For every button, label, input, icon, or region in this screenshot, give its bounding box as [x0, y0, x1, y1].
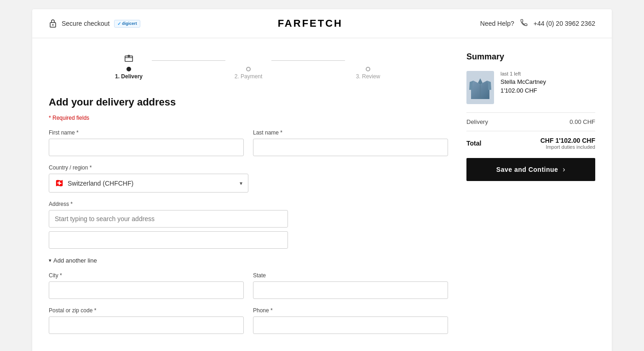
first-name-input[interactable]	[49, 139, 244, 156]
step-line-1	[152, 60, 225, 61]
address-search-input[interactable]	[49, 210, 288, 228]
secure-checkout-label: Secure checkout	[62, 20, 109, 27]
step-1: 1. Delivery	[106, 52, 152, 80]
add-another-line-button[interactable]: ▾ Add another line	[49, 257, 448, 264]
arrow-icon: ›	[563, 165, 565, 174]
header-left: Secure checkout ✓ digicert	[49, 19, 140, 28]
brand-logo: FARFETCH	[278, 18, 343, 29]
postal-group: Postal or zip code *	[49, 307, 244, 334]
jacket-illustration	[469, 74, 492, 101]
digicert-badge: ✓ digicert	[114, 20, 140, 28]
step-3-dot	[366, 67, 370, 71]
digicert-check-icon: ✓	[117, 21, 121, 26]
postal-label: Postal or zip code *	[49, 307, 244, 314]
state-input[interactable]	[253, 281, 448, 299]
product-image	[466, 71, 494, 104]
city-input[interactable]	[49, 281, 244, 299]
add-another-line-label: Add another line	[53, 257, 97, 264]
step-3-label: 3. Review	[356, 73, 380, 80]
total-prefix: CHF	[540, 137, 554, 144]
summary-product-item: last 1 left Stella McCartney 1'102.00 CH…	[466, 71, 595, 104]
address-label: Address *	[49, 201, 288, 207]
main-content: 1. Delivery 2. Payment	[32, 38, 612, 351]
country-label: Country / region *	[49, 164, 248, 171]
country-select[interactable]: 🇨🇭 Switzerland (CHFCHF) ▾	[49, 174, 248, 193]
form-section: 1. Delivery 2. Payment	[49, 52, 448, 342]
header-right: Need Help? +44 (0) 20 3962 2362	[480, 18, 595, 29]
header: Secure checkout ✓ digicert FARFETCH Need…	[32, 9, 612, 38]
svg-point-1	[52, 24, 54, 26]
save-continue-label: Save and Continue	[496, 166, 558, 173]
switzerland-flag-icon: 🇨🇭	[55, 179, 64, 187]
summary-title: Summary	[466, 52, 595, 62]
delivery-value: 0.00 CHF	[569, 118, 595, 125]
address-line2-input[interactable]	[49, 231, 288, 249]
postal-input[interactable]	[49, 316, 244, 334]
step-2-dot	[246, 67, 251, 71]
total-value-block: CHF 1'102.00 CHF Import duties included	[540, 137, 595, 150]
address-group: Address *	[49, 201, 288, 249]
need-help-label: Need Help?	[480, 20, 514, 27]
step-2: 2. Payment	[225, 52, 271, 80]
digicert-label: digicert	[122, 21, 137, 26]
step-2-label: 2. Payment	[235, 73, 263, 80]
last-left-badge: last 1 left	[500, 71, 546, 76]
state-group: State	[253, 272, 448, 299]
summary-divider-2	[466, 131, 595, 131]
total-value: CHF 1'102.00 CHF	[540, 137, 595, 144]
chevron-down-small-icon: ▾	[49, 257, 52, 263]
country-group: Country / region * 🇨🇭 Switzerland (CHFCH…	[49, 164, 248, 193]
state-label: State	[253, 272, 448, 279]
step-1-label: 1. Delivery	[115, 73, 143, 80]
page-wrapper: Secure checkout ✓ digicert FARFETCH Need…	[0, 0, 644, 351]
first-name-label: First name *	[49, 129, 244, 136]
summary-section: Summary	[466, 52, 595, 342]
import-duties-note: Import duties included	[540, 144, 595, 150]
postal-phone-row: Postal or zip code * Phone *	[49, 307, 448, 334]
product-price: 1'102.00 CHF	[500, 87, 546, 94]
delivery-label: Delivery	[466, 118, 488, 125]
city-group: City *	[49, 272, 244, 299]
phone-input[interactable]	[253, 316, 448, 334]
city-label: City *	[49, 272, 244, 279]
city-state-row: City * State	[49, 272, 448, 299]
country-row: Country / region * 🇨🇭 Switzerland (CHFCH…	[49, 164, 448, 193]
phone-number: +44 (0) 20 3962 2362	[534, 20, 595, 27]
required-note: * Required fields	[49, 115, 448, 121]
lock-icon	[49, 19, 57, 28]
last-name-label: Last name *	[253, 129, 448, 136]
summary-total-line: Total CHF 1'102.00 CHF Import duties inc…	[466, 137, 595, 150]
chevron-down-icon: ▾	[240, 180, 242, 187]
step-3: 3. Review	[345, 52, 391, 80]
total-label: Total	[466, 140, 481, 147]
checkout-card: Secure checkout ✓ digicert FARFETCH Need…	[32, 9, 612, 351]
step-1-dot	[126, 67, 131, 71]
summary-delivery-line: Delivery 0.00 CHF	[466, 118, 595, 125]
product-name: Stella McCartney	[500, 78, 546, 85]
summary-divider-1	[466, 112, 595, 113]
name-row: First name * Last name *	[49, 129, 448, 156]
country-value: Switzerland (CHFCHF)	[68, 180, 133, 187]
first-name-group: First name *	[49, 129, 244, 156]
step-1-icon	[124, 52, 134, 65]
phone-icon	[520, 18, 528, 29]
last-name-group: Last name *	[253, 129, 448, 156]
phone-label: Phone *	[253, 307, 448, 314]
form-title: Add your delivery address	[49, 96, 448, 108]
address-row: Address *	[49, 201, 448, 249]
step-line-2	[271, 60, 345, 61]
last-name-input[interactable]	[253, 139, 448, 156]
save-continue-button[interactable]: Save and Continue ›	[466, 158, 595, 181]
stepper: 1. Delivery 2. Payment	[106, 52, 391, 80]
product-details: last 1 left Stella McCartney 1'102.00 CH…	[500, 71, 546, 94]
total-amount: 1'102.00 CHF	[555, 137, 595, 144]
phone-group: Phone *	[253, 307, 448, 334]
